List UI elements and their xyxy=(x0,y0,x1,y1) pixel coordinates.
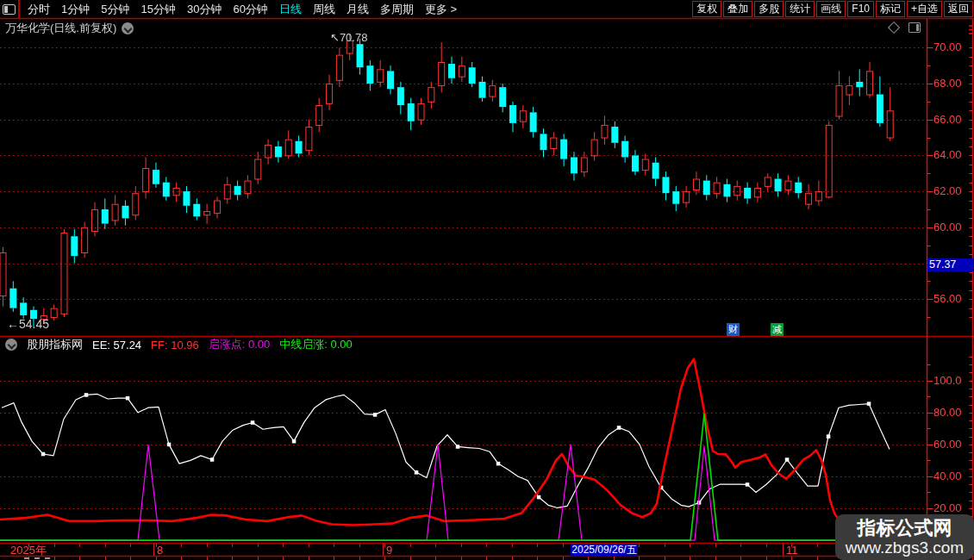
indicator-value: EE: 57.24 xyxy=(92,339,141,352)
toolbar-buttons: 复权叠加多股统计画线F10标记+自选返回 xyxy=(692,1,973,17)
toolbar-button[interactable]: 标记 xyxy=(876,1,905,17)
event-badge: 财 xyxy=(727,323,740,336)
toolbar-button[interactable]: 复权 xyxy=(692,1,721,17)
selected-date-tag: 2025/09/26/五 xyxy=(571,544,638,557)
watermark-url: www.zbgs3.com xyxy=(846,538,964,557)
period-tab[interactable]: 1分钟 xyxy=(61,2,90,17)
indicator-axis-label: 60.00 xyxy=(933,438,972,451)
price-axis-label: 66.00 xyxy=(933,113,972,127)
price-axis-label: 68.00 xyxy=(933,77,972,90)
toolbar-button[interactable]: 多股 xyxy=(754,1,784,17)
toolbar-button[interactable]: 返回 xyxy=(944,1,973,17)
diamond-icon[interactable] xyxy=(888,22,900,34)
toolbar-button[interactable]: F10 xyxy=(847,1,874,17)
price-axis-label: 64.00 xyxy=(933,148,972,162)
indicator-header: 股朋指标网 EE: 57.24FF: 10.96启涨点: 0.00中线启涨: 0… xyxy=(5,338,353,352)
indicator-name[interactable]: 股朋指标网 xyxy=(27,337,83,352)
period-tab[interactable]: 周线 xyxy=(313,2,335,17)
watermark-site-name: 指标公式网 xyxy=(858,518,952,538)
high-price-annotation: ↖70.78 xyxy=(330,31,367,44)
month-label: 8 xyxy=(157,544,163,557)
indicator-axis-label: 40.00 xyxy=(933,470,972,483)
top-toolbar: 分时1分钟5分钟15分钟30分钟60分钟日线周线月线多周期更多 > 复权叠加多股… xyxy=(0,0,974,18)
indicator-value: 启涨点: 0.00 xyxy=(209,337,271,352)
period-tab[interactable]: 日线 xyxy=(279,2,302,17)
event-badge: 减 xyxy=(771,323,784,336)
window-icon-box[interactable] xyxy=(0,0,19,18)
title-right-icons xyxy=(890,22,921,33)
period-tabs: 分时1分钟5分钟15分钟30分钟60分钟日线周线月线多周期更多 > xyxy=(28,2,457,17)
period-tab[interactable]: 分时 xyxy=(28,2,50,17)
chevron-down-icon[interactable] xyxy=(122,22,134,34)
low-price-annotation: ←54.45 xyxy=(7,317,49,331)
trading-app-window: { "toolbar": { "periods": ["分时","1分钟","5… xyxy=(0,0,974,560)
toolbar-button[interactable]: 画线 xyxy=(816,1,846,17)
period-tab[interactable]: 30分钟 xyxy=(187,2,222,17)
period-tab[interactable]: 5分钟 xyxy=(101,2,129,17)
period-tab[interactable]: 多周期 xyxy=(380,2,414,17)
toolbar-button[interactable]: +自选 xyxy=(907,1,942,17)
month-label: 11 xyxy=(786,544,798,557)
period-tab[interactable]: 15分钟 xyxy=(140,2,175,17)
indicator-axis-label: 80.00 xyxy=(933,406,972,420)
price-axis-label: 56.00 xyxy=(933,292,972,306)
last-price-tag: 57.37 xyxy=(927,258,973,271)
period-tab[interactable]: 更多 > xyxy=(425,2,457,17)
title-row: 万华化学(日线.前复权) xyxy=(5,21,134,36)
indicator-axis-label: 20.00 xyxy=(933,501,972,515)
panel-layout-icon[interactable] xyxy=(908,22,921,33)
period-tab[interactable]: 月线 xyxy=(347,2,369,17)
period-tab[interactable]: 60分钟 xyxy=(233,2,267,17)
window-icon xyxy=(3,4,16,15)
indicator-axis-label: 100.0 xyxy=(933,374,972,388)
toolbar-button[interactable]: 统计 xyxy=(785,1,815,17)
price-axis-label: 70.00 xyxy=(933,40,972,54)
chart-canvas[interactable] xyxy=(0,0,974,560)
price-axis-label: 60.00 xyxy=(933,221,972,234)
year-label: 2025年 xyxy=(10,544,47,557)
chart-title: 万华化学(日线.前复权) xyxy=(5,21,116,36)
indicator-value: 中线启涨: 0.00 xyxy=(279,337,353,352)
chevron-down-icon[interactable] xyxy=(5,339,17,351)
watermark: 指标公式网 www.zbgs3.com xyxy=(835,514,974,560)
indicator-value: FF: 10.96 xyxy=(151,339,199,352)
price-axis-label: 62.00 xyxy=(933,184,972,198)
month-label: 9 xyxy=(386,544,392,557)
toolbar-button[interactable]: 叠加 xyxy=(723,1,752,17)
